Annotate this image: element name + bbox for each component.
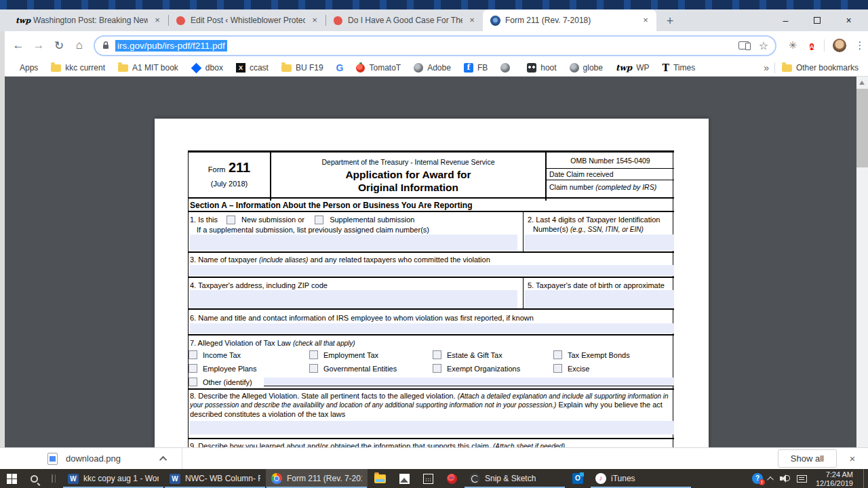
q3-input-field[interactable] <box>190 265 674 276</box>
get-help-icon[interactable]: ? <box>752 473 763 484</box>
bookmark-tomatot[interactable]: TomatoT <box>356 63 401 73</box>
other-checkbox[interactable] <box>189 378 197 386</box>
pdf-viewer: Form 211 (July 2018) Department of the T… <box>0 77 868 447</box>
show-desktop-button[interactable] <box>863 469 867 488</box>
supplemental-submission-checkbox[interactable] <box>315 216 323 224</box>
bookmark-google[interactable]: G <box>336 62 344 73</box>
task-view-icon[interactable] <box>45 469 62 488</box>
back-icon[interactable]: ← <box>8 39 28 52</box>
scrollbar[interactable] <box>856 77 868 447</box>
scrollbar-thumb[interactable] <box>856 89 868 167</box>
violation-option-other: Other (identify) <box>189 378 252 386</box>
bookmark-folder-bu-f19[interactable]: BU F19 <box>281 63 323 73</box>
taskbar-itunes[interactable]: ♪ iTunes <box>590 469 692 488</box>
download-bar-close-icon[interactable]: × <box>842 453 863 464</box>
taskbar-clock[interactable]: 7:24 AM 12/16/2019 <box>813 470 857 488</box>
address-bar[interactable]: irs.gov/pub/irs-pdf/f211.pdf ☆ <box>94 35 776 56</box>
browser-toolbar: ← → ↻ ⌂ irs.gov/pub/irs-pdf/f211.pdf ☆ ✳… <box>0 31 868 60</box>
other-identify-input-field[interactable] <box>264 378 674 386</box>
globe-icon <box>414 63 423 73</box>
bookmarks-overflow-icon[interactable]: » <box>764 62 769 73</box>
taskbar-word-1[interactable]: W kkc copy aug 1 - Word <box>62 469 164 488</box>
irs-favicon-icon <box>490 16 500 26</box>
income-tax-checkbox[interactable] <box>189 350 197 359</box>
tab-close-icon[interactable]: × <box>152 15 163 26</box>
q4-input-field[interactable] <box>190 290 517 308</box>
taskbar: W kkc copy aug 1 - Word W NWC- WB Column… <box>0 469 868 488</box>
q5-input-field[interactable] <box>524 290 674 308</box>
wp-logo-icon: twp <box>616 63 632 73</box>
photos-button[interactable] <box>393 469 416 488</box>
bookmark-folder-kkc-current[interactable]: kkc current <box>51 63 105 73</box>
speaker-icon[interactable] <box>780 474 791 483</box>
q8-input-field[interactable] <box>190 421 674 434</box>
taskbar-snip-sketch[interactable]: Snip & Sketch <box>464 469 566 488</box>
estate-gift-tax-checkbox[interactable] <box>433 350 441 359</box>
tab-washington-post[interactable]: twp Washington Post: Breaking News × <box>11 9 168 31</box>
forward-icon[interactable]: → <box>28 39 49 52</box>
snipping-tool-button[interactable] <box>440 469 464 488</box>
q1-input-field[interactable] <box>190 235 517 251</box>
bookmark-ccast[interactable]: X ccast <box>236 63 269 73</box>
search-button[interactable] <box>24 469 45 488</box>
send-to-devices-icon[interactable] <box>738 41 749 49</box>
violation-option: Governmental Entities <box>309 364 397 373</box>
bookmark-dbox[interactable]: dbox <box>191 63 223 73</box>
outlook-button[interactable]: O <box>566 469 590 488</box>
taskbar-chrome-active[interactable]: Form 211 (Rev. 7-201... <box>266 469 368 488</box>
taskbar-word-2[interactable]: W NWC- WB Column- R... <box>164 469 266 488</box>
other-bookmarks-button[interactable]: Other bookmarks <box>782 63 859 73</box>
url-text-selected[interactable]: irs.gov/pub/irs-pdf/f211.pdf <box>115 40 227 52</box>
download-chevron-icon[interactable] <box>159 455 167 463</box>
bookmark-apps[interactable]: Apps <box>7 63 38 73</box>
show-all-button[interactable]: Show all <box>778 449 837 468</box>
bookmark-times[interactable]: T Times <box>663 62 696 73</box>
tab-edit-post[interactable]: Edit Post ‹ Whistleblower Protecti × <box>168 9 326 31</box>
home-icon[interactable]: ⌂ <box>69 39 90 52</box>
reload-icon[interactable]: ↻ <box>49 39 69 53</box>
scroll-up-icon[interactable] <box>859 81 865 85</box>
tab-title: Washington Post: Breaking News <box>33 16 148 25</box>
bookmark-wp[interactable]: twp WP <box>616 63 650 73</box>
maximize-button[interactable] <box>814 17 821 24</box>
employee-plans-checkbox[interactable] <box>189 364 197 373</box>
tab-close-icon[interactable]: × <box>640 15 651 26</box>
bookmark-fb[interactable]: f FB <box>464 63 488 73</box>
screen: twp Washington Post: Breaking News × Edi… <box>0 0 868 488</box>
network-icon[interactable] <box>797 475 807 483</box>
excise-checkbox[interactable] <box>553 364 562 373</box>
bookmark-unlabeled[interactable] <box>500 63 514 73</box>
minimize-button[interactable]: – <box>775 15 795 26</box>
close-button[interactable]: × <box>839 15 859 26</box>
q6-input-field[interactable] <box>190 323 674 333</box>
calendar-button[interactable] <box>416 469 440 488</box>
tax-exempt-bonds-checkbox[interactable] <box>553 350 562 359</box>
tab-form-211-active[interactable]: Form 211 (Rev. 7-2018) × <box>483 9 656 31</box>
q9-label: 9. Describe how you learned about and/or… <box>190 442 565 447</box>
q3-label: 3. Name of taxpayer (include aliases) an… <box>190 256 490 264</box>
bookmark-star-icon[interactable]: ☆ <box>759 39 768 52</box>
adobe-acrobat-extension-icon[interactable]: A <box>802 39 821 52</box>
start-button[interactable] <box>0 469 24 488</box>
q2-input-field[interactable] <box>524 235 674 251</box>
chrome-menu-icon[interactable]: ⋮ <box>852 39 868 52</box>
new-submission-checkbox[interactable] <box>226 216 235 224</box>
download-filename[interactable]: download.png <box>66 453 121 464</box>
tray-chevron-icon[interactable] <box>767 476 774 483</box>
bookmark-hoot[interactable]: hoot <box>527 63 556 73</box>
bookmark-globe[interactable]: globe <box>570 63 603 73</box>
governmental-entities-checkbox[interactable] <box>309 364 318 373</box>
claim-number-label: Claim number (completed by IRS) <box>547 180 674 191</box>
file-explorer-button[interactable] <box>368 469 393 488</box>
tab-close-icon[interactable]: × <box>467 15 477 26</box>
bookmark-folder-a1-mit-book[interactable]: A1 MIT book <box>118 63 178 73</box>
exempt-organizations-checkbox[interactable] <box>433 364 441 373</box>
extension-pinwheel-icon[interactable]: ✳ <box>783 39 802 52</box>
tab-good-case[interactable]: Do I Have A Good Case For The I × <box>326 9 483 31</box>
q7-label: 7. Alleged Violation of Tax Law (check a… <box>190 339 355 347</box>
profile-avatar[interactable] <box>833 39 846 52</box>
bookmark-adobe[interactable]: Adobe <box>414 63 451 73</box>
new-tab-button[interactable]: + <box>660 12 679 31</box>
tab-close-icon[interactable]: × <box>309 15 320 26</box>
employment-tax-checkbox[interactable] <box>309 350 318 359</box>
